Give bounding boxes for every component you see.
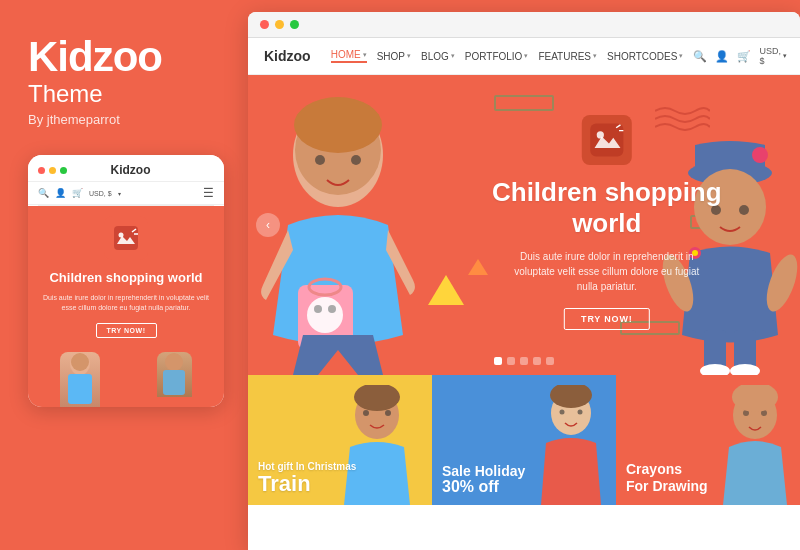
hero-child-left	[248, 95, 428, 375]
svg-point-33	[363, 410, 369, 416]
svg-point-1	[119, 233, 124, 238]
mobile-try-now-button[interactable]: TRY NOW!	[96, 323, 157, 338]
child-left-svg	[60, 352, 100, 407]
hero-logo-svg	[589, 122, 625, 158]
hero-dot-4[interactable]	[533, 357, 541, 365]
shop-chevron: ▾	[407, 52, 411, 60]
mobile-dot-minimize	[49, 167, 56, 174]
shortcodes-chevron: ▾	[679, 52, 683, 60]
svg-rect-6	[163, 370, 185, 395]
features-chevron: ▾	[593, 52, 597, 60]
brand-name: Kidzoo	[28, 36, 162, 78]
mobile-hero-sub: Duis aute irure dolor in reprehenderit i…	[28, 289, 224, 317]
product-label-crayons: Crayons	[626, 461, 790, 478]
desktop-nav-brand: Kidzoo	[264, 48, 311, 64]
mobile-logo-icon	[104, 216, 148, 260]
desktop-navbar: Kidzoo HOME ▾ SHOP ▾ BLOG ▾ PORTFOLIO ▾ …	[248, 38, 800, 75]
hero-description: Duis aute irure dolor in reprehenderit i…	[507, 249, 707, 294]
product-card-sale[interactable]: Sale Holiday 30% off	[432, 375, 616, 505]
nav-item-home[interactable]: HOME ▾	[331, 49, 367, 63]
product-card-train-label: Hot gift In Christmas Train	[258, 461, 422, 495]
svg-rect-3	[68, 374, 92, 404]
desktop-cart-icon[interactable]: 🛒	[737, 50, 751, 63]
product-label-sale: Sale Holiday	[442, 464, 606, 479]
blog-chevron: ▾	[451, 52, 455, 60]
desktop-titlebar	[248, 12, 800, 38]
hero-content: Children shopping world Duis aute irure …	[469, 115, 745, 330]
desktop-currency[interactable]: USD, $ ▾	[759, 46, 787, 66]
hero-section: Children shopping world Duis aute irure …	[248, 75, 800, 375]
svg-point-16	[328, 305, 336, 313]
product-card-sale-label: Sale Holiday 30% off	[442, 464, 606, 495]
product-label-train: Train	[258, 473, 422, 495]
svg-point-4	[71, 353, 89, 371]
svg-point-31	[597, 131, 604, 138]
product-label-off: 30% off	[442, 479, 606, 495]
mobile-child-left	[60, 352, 100, 407]
svg-point-34	[385, 410, 391, 416]
svg-point-14	[307, 297, 343, 333]
mobile-titlebar: Kidzoo	[28, 155, 224, 182]
mobile-hero-area: Children shopping world Duis aute irure …	[28, 206, 224, 407]
currency-chevron: ▾	[118, 190, 121, 197]
left-panel: Kidzoo Theme By jthemeparrot Kidzoo 🔍 👤 …	[0, 0, 248, 550]
desktop-user-icon[interactable]: 👤	[715, 50, 729, 63]
hero-dot-2[interactable]	[507, 357, 515, 365]
hero-logo-icon	[582, 115, 632, 165]
nav-item-shop[interactable]: SHOP ▾	[377, 51, 411, 62]
brand-subtitle: Theme	[28, 80, 103, 108]
triangle-yellow	[428, 275, 464, 305]
mobile-child-right	[157, 352, 192, 397]
desktop-dot-maximize	[290, 20, 299, 29]
svg-point-37	[560, 410, 565, 415]
desktop-dot-close	[260, 20, 269, 29]
hero-dots	[494, 357, 554, 365]
hero-dot-3[interactable]	[520, 357, 528, 365]
nav-item-blog[interactable]: BLOG ▾	[421, 51, 455, 62]
svg-point-5	[165, 353, 183, 371]
mobile-children-figures	[28, 348, 224, 407]
desktop-mockup: Kidzoo HOME ▾ SHOP ▾ BLOG ▾ PORTFOLIO ▾ …	[248, 12, 800, 550]
mobile-mockup: Kidzoo 🔍 👤 🛒 USD, $ ▾ ☰	[28, 155, 224, 407]
currency-chevron-icon: ▾	[783, 52, 787, 60]
mobile-try-btn-container: TRY NOW!	[28, 317, 224, 348]
mobile-dot-maximize	[60, 167, 67, 174]
product-card-train[interactable]: Hot gift In Christmas Train	[248, 375, 432, 505]
currency-label: USD, $	[89, 190, 112, 197]
cart-icon: 🛒	[72, 188, 83, 198]
nav-item-features[interactable]: FEATURES ▾	[538, 51, 597, 62]
svg-point-9	[294, 97, 382, 153]
hero-title: Children shopping world	[469, 177, 745, 239]
mobile-dots	[38, 167, 67, 174]
svg-point-38	[578, 410, 583, 415]
desktop-search-icon[interactable]: 🔍	[693, 50, 707, 63]
hero-dot-5[interactable]	[546, 357, 554, 365]
mobile-icons-row: 🔍 👤 🛒 USD, $ ▾ ☰	[28, 182, 224, 205]
hero-child-left-svg	[248, 95, 428, 375]
mobile-brand: Kidzoo	[111, 163, 151, 177]
search-icon: 🔍	[38, 188, 49, 198]
nav-right-icons: 🔍 👤 🛒 USD, $ ▾	[693, 46, 787, 66]
nav-item-shortcodes[interactable]: SHORTCODES ▾	[607, 51, 683, 62]
svg-point-11	[351, 155, 361, 165]
svg-rect-30	[590, 123, 623, 156]
mobile-icon-group: 🔍 👤 🛒 USD, $ ▾	[38, 188, 121, 198]
home-chevron: ▾	[363, 51, 367, 59]
child-right-svg	[157, 352, 192, 397]
desktop-dot-minimize	[275, 20, 284, 29]
product-section: Hot gift In Christmas Train Sale Holiday…	[248, 375, 800, 505]
svg-point-15	[314, 305, 322, 313]
user-icon: 👤	[55, 188, 66, 198]
hero-prev-arrow[interactable]: ‹	[256, 213, 280, 237]
hero-try-now-button[interactable]: TRY NOW!	[564, 308, 649, 330]
logo-svg	[112, 224, 140, 252]
hamburger-icon[interactable]: ☰	[203, 186, 214, 200]
mobile-dot-close	[38, 167, 45, 174]
deco-rect-top	[494, 95, 554, 111]
nav-item-portfolio[interactable]: PORTFOLIO ▾	[465, 51, 529, 62]
product-card-crayons[interactable]: Crayons For Drawing	[616, 375, 800, 505]
brand-by: By jthemeparrot	[28, 112, 120, 127]
hero-dot-1[interactable]	[494, 357, 502, 365]
svg-point-10	[315, 155, 325, 165]
product-label-drawing: For Drawing	[626, 478, 790, 495]
